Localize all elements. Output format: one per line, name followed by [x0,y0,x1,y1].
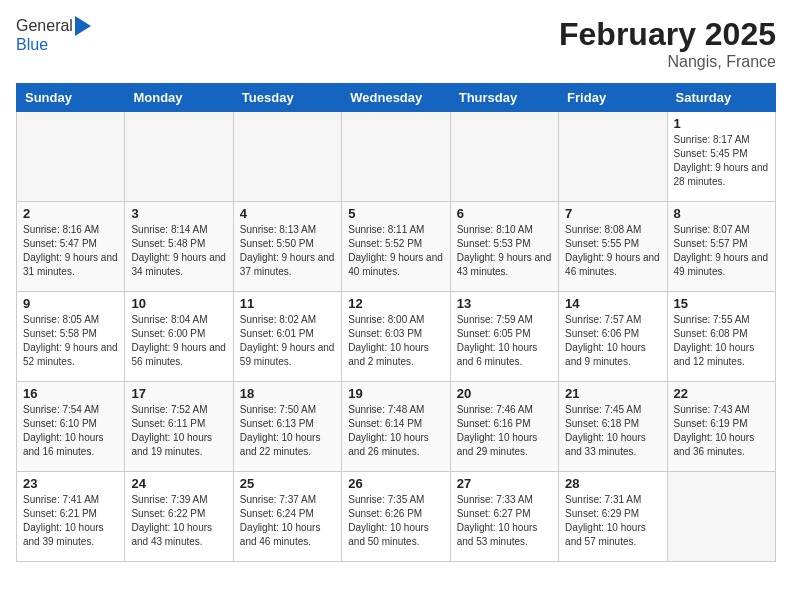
day-info: Sunrise: 7:57 AM Sunset: 6:06 PM Dayligh… [565,313,660,369]
calendar-cell: 28Sunrise: 7:31 AM Sunset: 6:29 PM Dayli… [559,472,667,562]
day-number: 15 [674,296,769,311]
day-info: Sunrise: 7:46 AM Sunset: 6:16 PM Dayligh… [457,403,552,459]
day-number: 12 [348,296,443,311]
calendar-cell [559,112,667,202]
day-info: Sunrise: 8:04 AM Sunset: 6:00 PM Dayligh… [131,313,226,369]
day-info: Sunrise: 8:07 AM Sunset: 5:57 PM Dayligh… [674,223,769,279]
calendar-cell: 7Sunrise: 8:08 AM Sunset: 5:55 PM Daylig… [559,202,667,292]
calendar-cell: 21Sunrise: 7:45 AM Sunset: 6:18 PM Dayli… [559,382,667,472]
calendar-cell [17,112,125,202]
calendar-week-row: 2Sunrise: 8:16 AM Sunset: 5:47 PM Daylig… [17,202,776,292]
day-number: 7 [565,206,660,221]
month-year-title: February 2025 [559,16,776,53]
calendar-cell: 26Sunrise: 7:35 AM Sunset: 6:26 PM Dayli… [342,472,450,562]
day-info: Sunrise: 7:31 AM Sunset: 6:29 PM Dayligh… [565,493,660,549]
calendar-body: 1Sunrise: 8:17 AM Sunset: 5:45 PM Daylig… [17,112,776,562]
day-number: 22 [674,386,769,401]
day-info: Sunrise: 7:55 AM Sunset: 6:08 PM Dayligh… [674,313,769,369]
day-number: 19 [348,386,443,401]
day-number: 13 [457,296,552,311]
location-subtitle: Nangis, France [559,53,776,71]
calendar-cell: 2Sunrise: 8:16 AM Sunset: 5:47 PM Daylig… [17,202,125,292]
day-info: Sunrise: 7:37 AM Sunset: 6:24 PM Dayligh… [240,493,335,549]
day-number: 28 [565,476,660,491]
day-number: 2 [23,206,118,221]
day-info: Sunrise: 7:33 AM Sunset: 6:27 PM Dayligh… [457,493,552,549]
day-number: 11 [240,296,335,311]
day-info: Sunrise: 7:48 AM Sunset: 6:14 PM Dayligh… [348,403,443,459]
day-number: 5 [348,206,443,221]
calendar-header: Sunday Monday Tuesday Wednesday Thursday… [17,84,776,112]
calendar-week-row: 9Sunrise: 8:05 AM Sunset: 5:58 PM Daylig… [17,292,776,382]
day-number: 1 [674,116,769,131]
day-info: Sunrise: 8:16 AM Sunset: 5:47 PM Dayligh… [23,223,118,279]
calendar-cell: 20Sunrise: 7:46 AM Sunset: 6:16 PM Dayli… [450,382,558,472]
calendar-week-row: 1Sunrise: 8:17 AM Sunset: 5:45 PM Daylig… [17,112,776,202]
calendar-cell: 18Sunrise: 7:50 AM Sunset: 6:13 PM Dayli… [233,382,341,472]
day-number: 27 [457,476,552,491]
day-number: 17 [131,386,226,401]
day-info: Sunrise: 7:35 AM Sunset: 6:26 PM Dayligh… [348,493,443,549]
day-info: Sunrise: 7:39 AM Sunset: 6:22 PM Dayligh… [131,493,226,549]
header-saturday: Saturday [667,84,775,112]
logo-blue-text: Blue [16,36,48,54]
logo-arrow-icon [75,16,91,36]
calendar-cell: 9Sunrise: 8:05 AM Sunset: 5:58 PM Daylig… [17,292,125,382]
day-number: 4 [240,206,335,221]
calendar-cell: 23Sunrise: 7:41 AM Sunset: 6:21 PM Dayli… [17,472,125,562]
day-info: Sunrise: 7:52 AM Sunset: 6:11 PM Dayligh… [131,403,226,459]
day-number: 25 [240,476,335,491]
day-info: Sunrise: 8:00 AM Sunset: 6:03 PM Dayligh… [348,313,443,369]
day-number: 24 [131,476,226,491]
day-info: Sunrise: 8:02 AM Sunset: 6:01 PM Dayligh… [240,313,335,369]
day-number: 26 [348,476,443,491]
calendar-cell: 5Sunrise: 8:11 AM Sunset: 5:52 PM Daylig… [342,202,450,292]
calendar-cell [667,472,775,562]
header-monday: Monday [125,84,233,112]
calendar-week-row: 23Sunrise: 7:41 AM Sunset: 6:21 PM Dayli… [17,472,776,562]
calendar-cell: 3Sunrise: 8:14 AM Sunset: 5:48 PM Daylig… [125,202,233,292]
day-info: Sunrise: 7:50 AM Sunset: 6:13 PM Dayligh… [240,403,335,459]
calendar-cell: 6Sunrise: 8:10 AM Sunset: 5:53 PM Daylig… [450,202,558,292]
day-number: 21 [565,386,660,401]
calendar-cell [125,112,233,202]
calendar-cell: 1Sunrise: 8:17 AM Sunset: 5:45 PM Daylig… [667,112,775,202]
calendar-cell: 4Sunrise: 8:13 AM Sunset: 5:50 PM Daylig… [233,202,341,292]
day-info: Sunrise: 8:05 AM Sunset: 5:58 PM Dayligh… [23,313,118,369]
day-info: Sunrise: 8:11 AM Sunset: 5:52 PM Dayligh… [348,223,443,279]
day-info: Sunrise: 7:41 AM Sunset: 6:21 PM Dayligh… [23,493,118,549]
day-info: Sunrise: 8:17 AM Sunset: 5:45 PM Dayligh… [674,133,769,189]
logo: General Blue [16,16,91,54]
calendar-cell: 22Sunrise: 7:43 AM Sunset: 6:19 PM Dayli… [667,382,775,472]
calendar-week-row: 16Sunrise: 7:54 AM Sunset: 6:10 PM Dayli… [17,382,776,472]
day-number: 23 [23,476,118,491]
logo-general-text: General [16,17,73,35]
day-info: Sunrise: 7:59 AM Sunset: 6:05 PM Dayligh… [457,313,552,369]
day-number: 18 [240,386,335,401]
calendar-cell: 8Sunrise: 8:07 AM Sunset: 5:57 PM Daylig… [667,202,775,292]
calendar-table: Sunday Monday Tuesday Wednesday Thursday… [16,83,776,562]
header-sunday: Sunday [17,84,125,112]
day-number: 20 [457,386,552,401]
page-header: General Blue February 2025 Nangis, Franc… [16,16,776,71]
calendar-cell: 19Sunrise: 7:48 AM Sunset: 6:14 PM Dayli… [342,382,450,472]
day-info: Sunrise: 7:45 AM Sunset: 6:18 PM Dayligh… [565,403,660,459]
header-friday: Friday [559,84,667,112]
calendar-cell [233,112,341,202]
day-number: 10 [131,296,226,311]
day-headers-row: Sunday Monday Tuesday Wednesday Thursday… [17,84,776,112]
calendar-cell: 10Sunrise: 8:04 AM Sunset: 6:00 PM Dayli… [125,292,233,382]
day-number: 16 [23,386,118,401]
calendar-cell: 17Sunrise: 7:52 AM Sunset: 6:11 PM Dayli… [125,382,233,472]
day-number: 6 [457,206,552,221]
day-number: 8 [674,206,769,221]
calendar-cell: 11Sunrise: 8:02 AM Sunset: 6:01 PM Dayli… [233,292,341,382]
calendar-cell: 25Sunrise: 7:37 AM Sunset: 6:24 PM Dayli… [233,472,341,562]
calendar-cell: 27Sunrise: 7:33 AM Sunset: 6:27 PM Dayli… [450,472,558,562]
calendar-cell [342,112,450,202]
day-info: Sunrise: 8:10 AM Sunset: 5:53 PM Dayligh… [457,223,552,279]
calendar-cell: 15Sunrise: 7:55 AM Sunset: 6:08 PM Dayli… [667,292,775,382]
calendar-cell: 14Sunrise: 7:57 AM Sunset: 6:06 PM Dayli… [559,292,667,382]
day-number: 3 [131,206,226,221]
day-info: Sunrise: 8:13 AM Sunset: 5:50 PM Dayligh… [240,223,335,279]
